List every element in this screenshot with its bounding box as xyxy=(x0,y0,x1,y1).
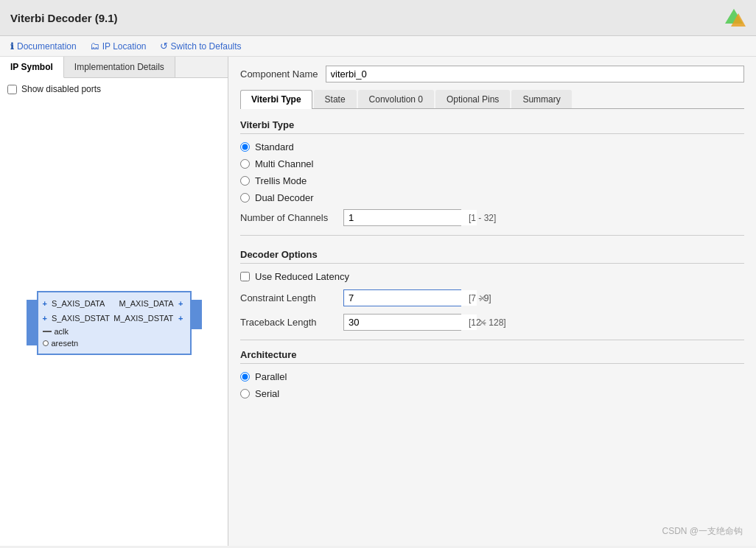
constraint-length-label: Constraint Length xyxy=(240,292,336,303)
radio-standard: Standard xyxy=(240,141,744,152)
documentation-button[interactable]: ℹ Documentation xyxy=(10,41,77,52)
radio-multi-channel-input[interactable] xyxy=(240,159,250,169)
port-aclk: aclk xyxy=(38,326,190,337)
symbol-area: + S_AXIS_DATA M_AXIS_DATA + + S_AXIS_DST… xyxy=(0,100,228,546)
left-connector-bar xyxy=(27,300,37,345)
num-channels-row: Number of Channels [1 - 32] xyxy=(240,209,744,226)
radio-multi-channel-label[interactable]: Multi Channel xyxy=(255,158,314,169)
num-channels-input[interactable] xyxy=(344,210,477,225)
use-reduced-latency-checkbox[interactable] xyxy=(240,272,250,281)
radio-trellis-mode-label[interactable]: Trellis Mode xyxy=(255,175,307,186)
radio-serial-label[interactable]: Serial xyxy=(255,388,279,399)
app-title: Viterbi Decoder (9.1) xyxy=(10,12,118,24)
traceback-length-input-wrap: ✕ xyxy=(343,314,461,331)
radio-standard-label[interactable]: Standard xyxy=(255,141,294,152)
port-right-m-axis-dstat: M_AXIS_DSTAT + xyxy=(113,313,185,324)
info-icon: ℹ xyxy=(10,41,14,52)
radio-dual-decoder-input[interactable] xyxy=(240,193,250,203)
radio-dual-decoder-label[interactable]: Dual Decoder xyxy=(255,192,314,203)
num-channels-range: [1 - 32] xyxy=(469,213,496,223)
tab-viterbi-type[interactable]: Viterbi Type xyxy=(240,90,312,109)
port-row-s-axis-dstat: + S_AXIS_DSTAT M_AXIS_DSTAT + xyxy=(38,312,190,326)
constraint-length-input[interactable] xyxy=(344,290,477,306)
constraint-length-input-wrap: ✕ xyxy=(343,289,461,306)
ip-location-label: IP Location xyxy=(102,41,147,52)
circle-out-icon xyxy=(43,340,49,346)
radio-standard-input[interactable] xyxy=(240,142,250,152)
num-channels-input-wrap xyxy=(343,209,461,226)
constraint-length-range: [7 - 9] xyxy=(469,293,491,303)
radio-trellis-mode: Trellis Mode xyxy=(240,175,744,186)
architecture-section-title: Architecture xyxy=(240,349,744,364)
switch-defaults-label: Switch to Defaults xyxy=(171,41,242,52)
left-panel: IP Symbol Implementation Details Show di… xyxy=(0,57,228,546)
use-reduced-latency-label[interactable]: Use Reduced Latency xyxy=(255,271,349,282)
radio-multi-channel: Multi Channel xyxy=(240,158,744,169)
constraint-length-row: Constraint Length ✕ [7 - 9] xyxy=(240,289,744,306)
tabs-nav: Viterbi Type State Convolution 0 Optiona… xyxy=(240,90,744,109)
port-left-s-axis-dstat: + S_AXIS_DSTAT xyxy=(43,313,111,324)
tab-optional-pins[interactable]: Optional Pins xyxy=(435,90,510,108)
tab-state[interactable]: State xyxy=(314,90,357,108)
title-bar: Viterbi Decoder (9.1) xyxy=(0,0,756,36)
port-right-m-axis-data: M_AXIS_DATA + xyxy=(119,298,185,309)
traceback-length-row: Traceback Length ✕ [12 - 128] xyxy=(240,314,744,331)
main-content: IP Symbol Implementation Details Show di… xyxy=(0,57,756,546)
refresh-icon: ↺ xyxy=(160,41,168,52)
radio-dual-decoder: Dual Decoder xyxy=(240,192,744,203)
component-name-row: Component Name xyxy=(240,66,744,82)
decoder-options-section-title: Decoder Options xyxy=(240,249,744,264)
folder-icon: 🗂 xyxy=(90,41,99,52)
left-tab-bar: IP Symbol Implementation Details xyxy=(0,57,228,78)
viterbi-type-section-title: Viterbi Type xyxy=(240,119,744,134)
radio-trellis-mode-input[interactable] xyxy=(240,176,250,186)
component-name-input[interactable] xyxy=(326,66,745,82)
divider-2 xyxy=(240,340,744,340)
show-disabled-row: Show disabled ports xyxy=(0,78,228,100)
radio-parallel: Parallel xyxy=(240,371,744,382)
traceback-length-range: [12 - 128] xyxy=(469,317,506,328)
radio-parallel-input[interactable] xyxy=(240,372,250,382)
num-channels-label: Number of Channels xyxy=(240,212,336,223)
show-disabled-checkbox[interactable] xyxy=(7,85,17,94)
right-panel: Component Name Viterbi Type State Convol… xyxy=(228,57,756,546)
radio-parallel-label[interactable]: Parallel xyxy=(255,371,287,382)
show-disabled-label[interactable]: Show disabled ports xyxy=(21,84,101,94)
ip-location-button[interactable]: 🗂 IP Location xyxy=(90,41,147,52)
port-row-s-axis-data: + S_AXIS_DATA M_AXIS_DATA + xyxy=(38,297,190,311)
documentation-label: Documentation xyxy=(17,41,77,52)
component-name-label: Component Name xyxy=(240,68,318,80)
traceback-length-input[interactable] xyxy=(344,315,477,330)
logo-icon xyxy=(722,6,746,29)
radio-serial-input[interactable] xyxy=(240,389,250,398)
tab-summary[interactable]: Summary xyxy=(511,90,571,108)
divider-1 xyxy=(240,235,744,236)
toolbar: ℹ Documentation 🗂 IP Location ↺ Switch t… xyxy=(0,36,756,57)
tab-ip-symbol[interactable]: IP Symbol xyxy=(0,57,64,78)
tab-convolution0[interactable]: Convolution 0 xyxy=(358,90,434,108)
right-connector-bar xyxy=(192,300,202,329)
port-left-s-axis-data: + S_AXIS_DATA xyxy=(43,298,105,309)
watermark: CSDN @一支绝命钩 xyxy=(662,525,743,538)
viterbi-type-radio-group: Standard Multi Channel Trellis Mode Dual… xyxy=(240,141,744,203)
ip-symbol: + S_AXIS_DATA M_AXIS_DATA + + S_AXIS_DST… xyxy=(37,291,192,355)
radio-serial: Serial xyxy=(240,388,744,399)
port-aresetn: aresetn xyxy=(38,337,190,349)
ip-symbol-block: + S_AXIS_DATA M_AXIS_DATA + + S_AXIS_DST… xyxy=(37,291,192,355)
architecture-radio-group: Parallel Serial xyxy=(240,371,744,399)
tab-impl-details[interactable]: Implementation Details xyxy=(64,57,175,77)
switch-defaults-button[interactable]: ↺ Switch to Defaults xyxy=(160,41,242,52)
use-reduced-latency-row: Use Reduced Latency xyxy=(240,271,744,282)
traceback-length-label: Traceback Length xyxy=(240,317,336,328)
